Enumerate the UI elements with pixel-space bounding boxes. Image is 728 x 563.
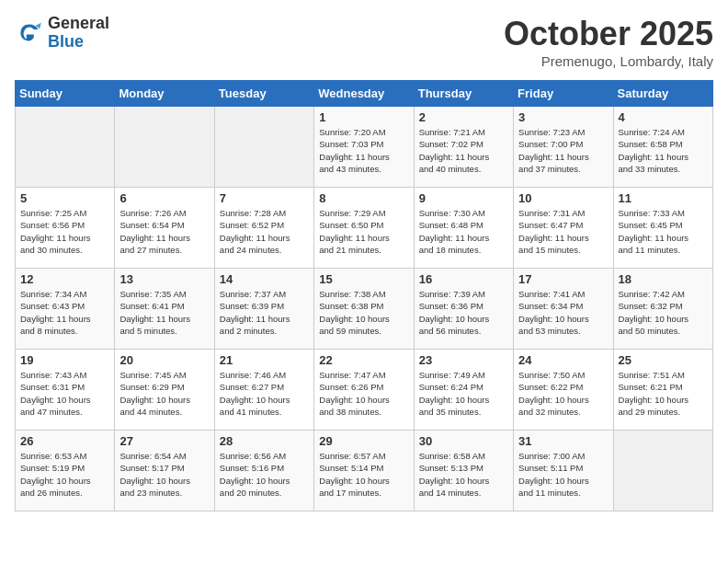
title-block: October 2025 Premenugo, Lombardy, Italy [504, 15, 713, 69]
day-number: 18 [619, 272, 708, 286]
calendar-cell-w2-d2: 14Sunrise: 7:37 AM Sunset: 6:39 PM Dayli… [214, 269, 313, 350]
day-number: 26 [20, 434, 109, 448]
day-info: Sunrise: 7:26 AM Sunset: 6:54 PM Dayligh… [119, 207, 209, 256]
logo-text: General Blue [48, 15, 109, 52]
day-info: Sunrise: 7:34 AM Sunset: 6:43 PM Dayligh… [20, 288, 109, 337]
week-row-2: 12Sunrise: 7:34 AM Sunset: 6:43 PM Dayli… [16, 269, 713, 350]
calendar-cell-w4-d5: 31Sunrise: 7:00 AM Sunset: 5:11 PM Dayli… [514, 431, 613, 511]
calendar-header: Sunday Monday Tuesday Wednesday Thursday… [16, 81, 713, 107]
month-title: October 2025 [504, 15, 713, 53]
logo-icon [15, 18, 44, 48]
calendar-cell-w3-d4: 23Sunrise: 7:49 AM Sunset: 6:24 PM Dayli… [414, 350, 513, 431]
day-info: Sunrise: 7:47 AM Sunset: 6:26 PM Dayligh… [319, 369, 408, 418]
location-subtitle: Premenugo, Lombardy, Italy [504, 53, 713, 69]
week-row-1: 5Sunrise: 7:25 AM Sunset: 6:56 PM Daylig… [16, 188, 713, 269]
calendar-table: Sunday Monday Tuesday Wednesday Thursday… [15, 80, 713, 511]
day-number: 6 [119, 191, 209, 205]
col-sunday: Sunday [16, 81, 115, 107]
calendar-cell-w0-d4: 2Sunrise: 7:21 AM Sunset: 7:02 PM Daylig… [414, 107, 513, 188]
day-number: 3 [518, 110, 608, 124]
calendar-cell-w1-d3: 8Sunrise: 7:29 AM Sunset: 6:50 PM Daylig… [314, 188, 414, 269]
week-row-3: 19Sunrise: 7:43 AM Sunset: 6:31 PM Dayli… [16, 350, 713, 431]
day-info: Sunrise: 6:57 AM Sunset: 5:14 PM Dayligh… [319, 450, 408, 499]
calendar-cell-w2-d1: 13Sunrise: 7:35 AM Sunset: 6:41 PM Dayli… [115, 269, 214, 350]
day-number: 17 [518, 272, 608, 286]
col-monday: Monday [115, 81, 214, 107]
day-number: 29 [319, 434, 408, 448]
day-info: Sunrise: 7:21 AM Sunset: 7:02 PM Dayligh… [419, 126, 508, 175]
calendar-cell-w0-d3: 1Sunrise: 7:20 AM Sunset: 7:03 PM Daylig… [314, 107, 414, 188]
col-saturday: Saturday [613, 81, 712, 107]
day-info: Sunrise: 7:43 AM Sunset: 6:31 PM Dayligh… [20, 369, 109, 418]
day-number: 5 [20, 191, 109, 205]
day-number: 31 [518, 434, 608, 448]
calendar-cell-w2-d4: 16Sunrise: 7:39 AM Sunset: 6:36 PM Dayli… [414, 269, 513, 350]
day-number: 13 [119, 272, 209, 286]
day-number: 20 [119, 353, 209, 367]
day-info: Sunrise: 7:46 AM Sunset: 6:27 PM Dayligh… [220, 369, 309, 418]
day-info: Sunrise: 7:31 AM Sunset: 6:47 PM Dayligh… [518, 207, 608, 256]
calendar-body: 1Sunrise: 7:20 AM Sunset: 7:03 PM Daylig… [16, 107, 713, 511]
weekday-header-row: Sunday Monday Tuesday Wednesday Thursday… [16, 81, 713, 107]
day-number: 11 [619, 191, 708, 205]
day-number: 22 [319, 353, 408, 367]
calendar-cell-w4-d2: 28Sunrise: 6:56 AM Sunset: 5:16 PM Dayli… [214, 431, 313, 511]
logo-blue-label: Blue [48, 33, 109, 52]
day-number: 24 [518, 353, 608, 367]
day-info: Sunrise: 6:58 AM Sunset: 5:13 PM Dayligh… [419, 450, 508, 499]
logo-general-label: General [48, 15, 109, 33]
day-number: 30 [419, 434, 508, 448]
calendar-cell-w4-d1: 27Sunrise: 6:54 AM Sunset: 5:17 PM Dayli… [115, 431, 214, 511]
calendar-cell-w3-d2: 21Sunrise: 7:46 AM Sunset: 6:27 PM Dayli… [214, 350, 313, 431]
day-number: 1 [319, 110, 408, 124]
calendar-cell-w2-d6: 18Sunrise: 7:42 AM Sunset: 6:32 PM Dayli… [613, 269, 712, 350]
day-info: Sunrise: 7:45 AM Sunset: 6:29 PM Dayligh… [119, 369, 209, 418]
day-number: 25 [619, 353, 708, 367]
logo: General Blue [15, 15, 109, 52]
calendar-cell-w4-d6 [613, 431, 712, 511]
day-number: 23 [419, 353, 508, 367]
day-number: 4 [619, 110, 708, 124]
calendar-cell-w0-d6: 4Sunrise: 7:24 AM Sunset: 6:58 PM Daylig… [613, 107, 712, 188]
day-info: Sunrise: 7:51 AM Sunset: 6:21 PM Dayligh… [619, 369, 708, 418]
day-number: 21 [220, 353, 309, 367]
week-row-4: 26Sunrise: 6:53 AM Sunset: 5:19 PM Dayli… [16, 431, 713, 511]
day-number: 16 [419, 272, 508, 286]
week-row-0: 1Sunrise: 7:20 AM Sunset: 7:03 PM Daylig… [16, 107, 713, 188]
day-number: 9 [419, 191, 508, 205]
day-number: 14 [220, 272, 309, 286]
day-info: Sunrise: 7:41 AM Sunset: 6:34 PM Dayligh… [518, 288, 608, 337]
day-info: Sunrise: 6:53 AM Sunset: 5:19 PM Dayligh… [20, 450, 109, 499]
calendar-cell-w1-d0: 5Sunrise: 7:25 AM Sunset: 6:56 PM Daylig… [16, 188, 115, 269]
day-info: Sunrise: 7:42 AM Sunset: 6:32 PM Dayligh… [619, 288, 708, 337]
day-info: Sunrise: 7:39 AM Sunset: 6:36 PM Dayligh… [419, 288, 508, 337]
col-thursday: Thursday [414, 81, 513, 107]
calendar-cell-w2-d0: 12Sunrise: 7:34 AM Sunset: 6:43 PM Dayli… [16, 269, 115, 350]
day-info: Sunrise: 7:37 AM Sunset: 6:39 PM Dayligh… [220, 288, 309, 337]
day-number: 27 [119, 434, 209, 448]
day-info: Sunrise: 6:54 AM Sunset: 5:17 PM Dayligh… [119, 450, 209, 499]
day-info: Sunrise: 7:24 AM Sunset: 6:58 PM Dayligh… [619, 126, 708, 175]
page-header: General Blue October 2025 Premenugo, Lom… [15, 15, 713, 69]
day-info: Sunrise: 7:38 AM Sunset: 6:38 PM Dayligh… [319, 288, 408, 337]
day-info: Sunrise: 7:33 AM Sunset: 6:45 PM Dayligh… [619, 207, 708, 256]
calendar-cell-w1-d4: 9Sunrise: 7:30 AM Sunset: 6:48 PM Daylig… [414, 188, 513, 269]
calendar-cell-w0-d0 [16, 107, 115, 188]
col-tuesday: Tuesday [214, 81, 313, 107]
day-number: 28 [220, 434, 309, 448]
day-info: Sunrise: 7:30 AM Sunset: 6:48 PM Dayligh… [419, 207, 508, 256]
col-wednesday: Wednesday [314, 81, 414, 107]
calendar-cell-w4-d0: 26Sunrise: 6:53 AM Sunset: 5:19 PM Dayli… [16, 431, 115, 511]
col-friday: Friday [514, 81, 613, 107]
calendar-cell-w3-d3: 22Sunrise: 7:47 AM Sunset: 6:26 PM Dayli… [314, 350, 414, 431]
day-info: Sunrise: 7:28 AM Sunset: 6:52 PM Dayligh… [220, 207, 309, 256]
calendar-cell-w1-d1: 6Sunrise: 7:26 AM Sunset: 6:54 PM Daylig… [115, 188, 214, 269]
day-number: 8 [319, 191, 408, 205]
calendar-cell-w3-d0: 19Sunrise: 7:43 AM Sunset: 6:31 PM Dayli… [16, 350, 115, 431]
calendar-cell-w3-d6: 25Sunrise: 7:51 AM Sunset: 6:21 PM Dayli… [613, 350, 712, 431]
day-info: Sunrise: 7:29 AM Sunset: 6:50 PM Dayligh… [319, 207, 408, 256]
day-info: Sunrise: 7:50 AM Sunset: 6:22 PM Dayligh… [518, 369, 608, 418]
day-info: Sunrise: 7:49 AM Sunset: 6:24 PM Dayligh… [419, 369, 508, 418]
day-info: Sunrise: 7:20 AM Sunset: 7:03 PM Dayligh… [319, 126, 408, 175]
day-number: 15 [319, 272, 408, 286]
